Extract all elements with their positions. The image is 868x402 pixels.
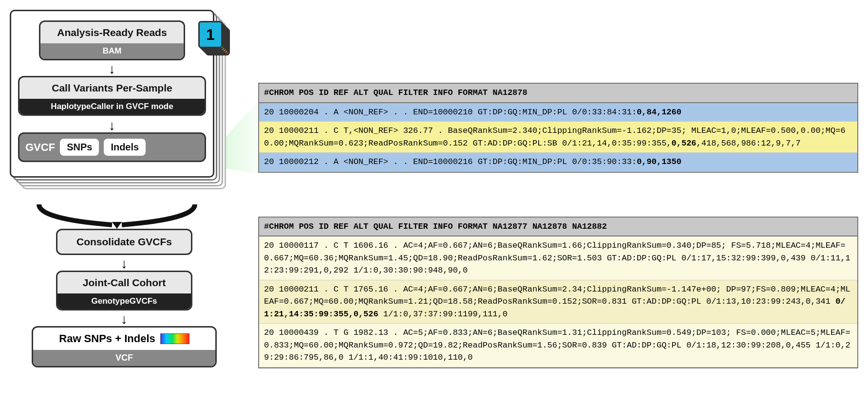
gvcf-example-table: #CHROM POS ID REF ALT QUAL FILTER INFO F… <box>258 83 858 173</box>
snps-pill: SNPs <box>60 139 99 156</box>
arrow-icon: ↓ <box>18 121 206 130</box>
arrow-icon: ↓ <box>10 259 239 269</box>
consolidate-gvcfs-box: Consolidate GVCFs <box>56 229 192 255</box>
arrow-icon: ↓ <box>18 64 206 74</box>
arrow-icon: ↓ <box>10 314 239 324</box>
vcf-example-table: #CHROM POS ID REF ALT QUAL FILTER INFO F… <box>258 217 858 368</box>
joint-call-cohort-box: Joint-Call Cohort GenotypeGVCFs <box>56 271 192 311</box>
indels-pill: Indels <box>104 139 146 156</box>
call-variants-box: Call Variants Per-Sample HaplotypeCaller… <box>18 76 206 116</box>
sample-card-stack: 1 Analysis-Ready Reads BAM ↓ Call Varian… <box>10 10 224 190</box>
vcf-output-box: Raw SNPs + Indels VCF <box>32 326 217 367</box>
merge-arrows-icon <box>10 204 224 229</box>
sample-number-badge: 1 <box>198 21 223 48</box>
rainbow-icon <box>160 333 189 344</box>
analysis-ready-reads-box: Analysis-Ready Reads BAM <box>39 20 185 60</box>
gvcf-output-box: GVCF SNPs Indels <box>18 132 206 162</box>
